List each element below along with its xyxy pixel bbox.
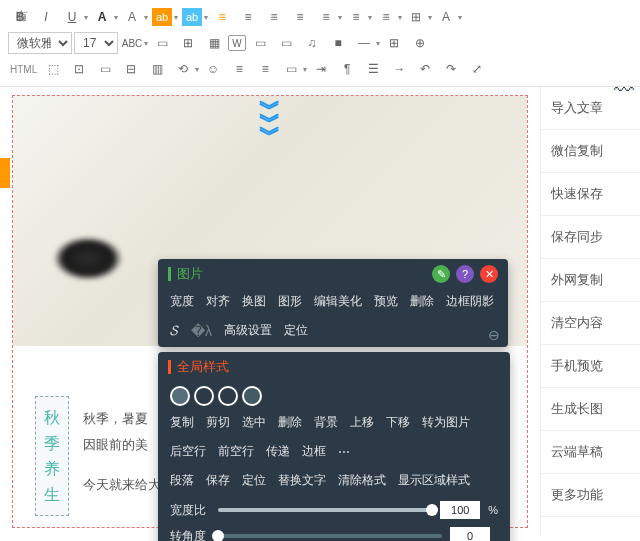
video-button[interactable]: ■	[326, 32, 350, 54]
generate-image-button[interactable]: 生成长图	[541, 388, 640, 431]
more-icon[interactable]: ⋯	[338, 445, 350, 459]
highlight-orange-button[interactable]: ab	[150, 6, 174, 28]
text-style-button[interactable]: A	[120, 6, 144, 28]
color-swatch[interactable]	[170, 386, 190, 406]
tool-c[interactable]: ▭	[93, 58, 117, 80]
spacing-button[interactable]: ⊞	[404, 6, 428, 28]
background-button[interactable]: 背景	[314, 414, 338, 431]
move-up-button[interactable]: 上移	[350, 414, 374, 431]
img-edit-button[interactable]: 编辑美化	[314, 293, 362, 310]
font-size-select[interactable]: 17px	[74, 32, 118, 54]
copy-button[interactable]: 复制	[170, 414, 194, 431]
redo-button[interactable]: ↷	[439, 58, 463, 80]
tool-b[interactable]: ⊡	[67, 58, 91, 80]
text-color-a-button[interactable]: A	[434, 6, 458, 28]
cut-button[interactable]: 剪切	[206, 414, 230, 431]
paragraph-button[interactable]: 段落	[170, 472, 194, 489]
clear-content-button[interactable]: 清空内容	[541, 302, 640, 345]
card-button[interactable]: ▭	[274, 32, 298, 54]
tool-a[interactable]: ⬚	[41, 58, 65, 80]
reset-button[interactable]: ⟲	[171, 58, 195, 80]
move-down-button[interactable]: 下移	[386, 414, 410, 431]
color-swatch[interactable]	[194, 386, 214, 406]
align-center-button[interactable]: ≡	[236, 6, 260, 28]
img-advanced-button[interactable]: 高级设置	[224, 322, 272, 339]
grid-button[interactable]: ⊞	[382, 32, 406, 54]
indent-left-button[interactable]: ≡	[314, 6, 338, 28]
width-ratio-slider[interactable]	[218, 508, 432, 512]
clear-format-button[interactable]: 清除格式	[338, 472, 386, 489]
more-functions-button[interactable]: 更多功能	[541, 474, 640, 517]
emoji-button[interactable]: ☺	[201, 58, 225, 80]
line-height-button[interactable]: ≡	[374, 6, 398, 28]
to-image-button[interactable]: 转为图片	[422, 414, 470, 431]
align-left-button[interactable]: ≡	[210, 6, 234, 28]
cloud-button[interactable]: ▭	[248, 32, 272, 54]
tool-e[interactable]: ▥	[145, 58, 169, 80]
fx-button[interactable]: —	[352, 32, 376, 54]
tool-d[interactable]: ⊟	[119, 58, 143, 80]
img-align-button[interactable]: 对齐	[206, 293, 230, 310]
italic-button[interactable]: I	[34, 6, 58, 28]
quick-save-button[interactable]: 快速保存	[541, 173, 640, 216]
position-button[interactable]: 定位	[242, 472, 266, 489]
blank-after-button[interactable]: 后空行	[170, 443, 206, 460]
border-button[interactable]: 边框	[302, 443, 326, 460]
replace-text-button[interactable]: 替换文字	[278, 472, 326, 489]
align-right-button[interactable]: ≡	[262, 6, 286, 28]
image-button[interactable]: ▭	[150, 32, 174, 54]
cloud-draft-button[interactable]: 云端草稿	[541, 431, 640, 474]
panel-close-icon[interactable]: ✕	[480, 265, 498, 283]
pilcrow-button[interactable]: ¶	[335, 58, 359, 80]
wechat-copy-button[interactable]: 微信复制	[541, 130, 640, 173]
img-position-button[interactable]: 定位	[284, 322, 308, 339]
abc-button[interactable]: ABC	[120, 32, 144, 54]
img-preview-button[interactable]: 预览	[374, 293, 398, 310]
save-button[interactable]: 保存	[206, 472, 230, 489]
search-button[interactable]: ⊕	[408, 32, 432, 54]
external-copy-button[interactable]: 外网复制	[541, 259, 640, 302]
highlight-blue-button[interactable]: ab	[180, 6, 204, 28]
show-region-button[interactable]: 显示区域样式	[398, 472, 470, 489]
img-delete-button[interactable]: 删除	[410, 293, 434, 310]
indent-right-button[interactable]: ≡	[344, 6, 368, 28]
underline-button[interactable]: U	[60, 6, 84, 28]
html-label[interactable]: HTML	[8, 64, 39, 75]
box-button[interactable]: ▭	[279, 58, 303, 80]
color-swatch[interactable]	[242, 386, 262, 406]
ol-button[interactable]: ≡	[227, 58, 251, 80]
img-border-shadow-button[interactable]: 边框阴影	[446, 293, 494, 310]
font-family-select[interactable]: 微软雅黑	[8, 32, 72, 54]
panel-minimize-icon[interactable]: ⊖	[488, 327, 500, 343]
arrow-button[interactable]: →	[387, 58, 411, 80]
align-justify-button[interactable]: ≡	[288, 6, 312, 28]
link-icon[interactable]: 𝓢	[170, 322, 179, 339]
unlink-icon[interactable]: �λ	[191, 323, 212, 339]
panel-action-green-icon[interactable]: ✎	[432, 265, 450, 283]
expand-button[interactable]: ⤢	[465, 58, 489, 80]
select-button[interactable]: 选中	[242, 414, 266, 431]
undo-button[interactable]: ↶	[413, 58, 437, 80]
width-ratio-value[interactable]: 100	[440, 501, 480, 519]
transfer-button[interactable]: 传递	[266, 443, 290, 460]
rotation-slider[interactable]	[218, 534, 442, 538]
rotation-value[interactable]: 0	[450, 527, 490, 541]
img-width-button[interactable]: 宽度	[170, 293, 194, 310]
delete-button[interactable]: 删除	[278, 414, 302, 431]
save-sync-button[interactable]: 保存同步	[541, 216, 640, 259]
direction-button[interactable]: ⇥	[309, 58, 333, 80]
vertical-title-badge[interactable]: 秋 季 养 生	[35, 396, 69, 516]
list2-button[interactable]: ☰	[361, 58, 385, 80]
img-replace-button[interactable]: 换图	[242, 293, 266, 310]
color-swatch[interactable]	[218, 386, 238, 406]
ul-button[interactable]: ≡	[253, 58, 277, 80]
mobile-preview-button[interactable]: 手机预览	[541, 345, 640, 388]
font-color-button[interactable]: A	[90, 6, 114, 28]
music-button[interactable]: ♫	[300, 32, 324, 54]
gallery-button[interactable]: ▦	[202, 32, 226, 54]
panel-help-icon[interactable]: ?	[456, 265, 474, 283]
blank-before-button[interactable]: 前空行	[218, 443, 254, 460]
bold-button[interactable]: B	[8, 6, 32, 28]
word-button[interactable]: W	[228, 35, 246, 51]
img-shape-button[interactable]: 图形	[278, 293, 302, 310]
